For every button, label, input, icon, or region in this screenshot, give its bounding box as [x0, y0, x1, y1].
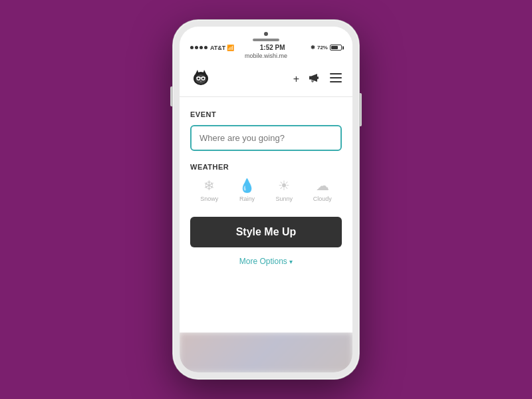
chevron-down-icon: ▾ — [289, 258, 293, 265]
add-button[interactable]: + — [293, 73, 299, 85]
svg-marker-1 — [196, 70, 199, 74]
snowy-icon: ❄ — [203, 178, 215, 194]
weather-option-rainy[interactable]: 💧 Rainy — [239, 178, 255, 202]
nav-actions: + — [293, 72, 342, 86]
weather-options: ❄ Snowy 💧 Rainy ☀ Sunny ☁ Cloudy — [190, 178, 342, 202]
svg-rect-11 — [330, 73, 342, 74]
bottom-preview — [180, 332, 352, 372]
svg-rect-12 — [330, 77, 342, 78]
svg-rect-13 — [330, 81, 342, 82]
signal-dot-2 — [195, 46, 198, 49]
phone-top-hardware — [180, 27, 352, 41]
signal-dot-4 — [204, 46, 207, 49]
rainy-label: Rainy — [239, 196, 255, 202]
status-left: AT&T 📶 — [190, 45, 234, 51]
status-time: 1:52 PM — [260, 44, 285, 51]
status-bar: AT&T 📶 1:52 PM ✱ 72% — [180, 41, 352, 53]
megaphone-icon[interactable] — [309, 72, 321, 86]
event-section-label: EVENT — [190, 110, 342, 118]
svg-point-10 — [317, 77, 319, 78]
cloudy-icon: ☁ — [316, 178, 329, 194]
url-bar[interactable]: mobile.wishi.me — [180, 53, 352, 62]
main-content: EVENT WEATHER ❄ Snowy 💧 Rainy ☀ Sunny — [180, 97, 352, 332]
sunny-label: Sunny — [276, 196, 293, 202]
weather-option-sunny[interactable]: ☀ Sunny — [276, 178, 293, 202]
bluetooth-icon: ✱ — [311, 45, 315, 51]
battery-percent: 72% — [317, 45, 328, 51]
signal-dot-1 — [190, 46, 194, 49]
more-options-link[interactable]: More Options ▾ — [190, 257, 342, 266]
battery-body — [330, 45, 342, 51]
carrier-label: AT&T — [210, 45, 225, 51]
signal-dot-3 — [200, 46, 203, 49]
battery-indicator — [330, 45, 342, 51]
weather-section-label: WEATHER — [190, 163, 342, 171]
event-input[interactable] — [190, 125, 342, 151]
bottom-blur-overlay — [180, 332, 352, 372]
url-text: mobile.wishi.me — [245, 53, 287, 59]
style-me-up-button[interactable]: Style Me Up — [190, 217, 342, 247]
status-right: ✱ 72% — [311, 45, 342, 51]
wishi-owl-icon — [190, 67, 211, 88]
snowy-label: Snowy — [200, 196, 218, 202]
cloudy-label: Cloudy — [313, 196, 332, 202]
weather-option-snowy[interactable]: ❄ Snowy — [200, 178, 218, 202]
wifi-icon: 📶 — [227, 45, 234, 51]
rainy-icon: 💧 — [239, 178, 255, 194]
svg-marker-2 — [203, 70, 206, 74]
svg-point-6 — [198, 78, 200, 80]
svg-point-7 — [202, 78, 204, 80]
front-camera — [264, 32, 268, 36]
sunny-icon: ☀ — [278, 178, 290, 194]
menu-icon[interactable] — [330, 73, 342, 85]
signal-dots — [190, 46, 207, 49]
more-options-label: More Options — [239, 257, 287, 266]
nav-bar: + — [180, 62, 352, 97]
battery-fill — [331, 46, 338, 49]
weather-option-cloudy[interactable]: ☁ Cloudy — [313, 178, 332, 202]
phone-screen: AT&T 📶 1:52 PM ✱ 72% mobile.wishi.me — [180, 27, 352, 372]
phone-frame: AT&T 📶 1:52 PM ✱ 72% mobile.wishi.me — [173, 20, 359, 379]
logo — [190, 67, 211, 91]
